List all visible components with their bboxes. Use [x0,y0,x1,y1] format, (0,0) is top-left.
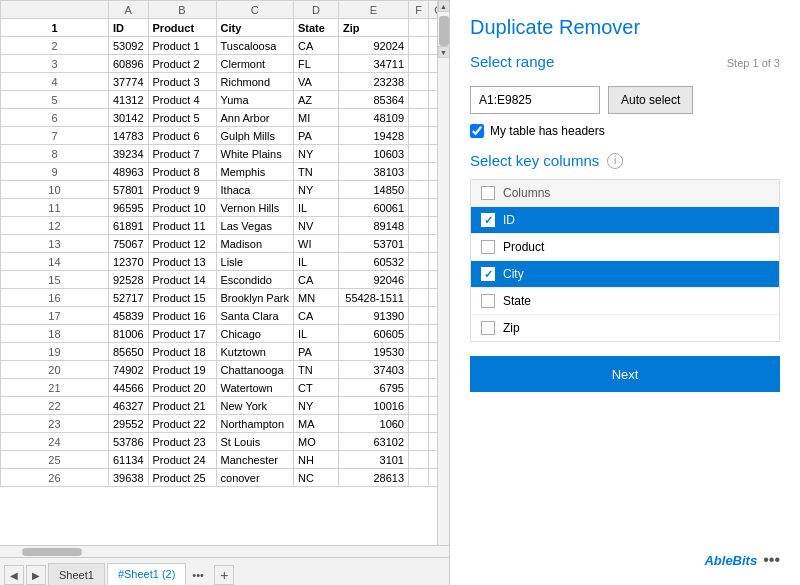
panel-title: Duplicate Remover [470,16,780,39]
column-checkbox[interactable]: ✓ [481,267,495,281]
scroll-down-btn[interactable]: ▼ [438,46,450,58]
table-row: 1196595Product 10Vernon HillsIL60061 [1,199,449,217]
column-item[interactable]: ✓City [471,261,779,288]
col-header-f[interactable]: F [409,1,429,19]
table-row: 360896Product 2ClermontFL34711 [1,55,449,73]
key-columns-title: Select key columns [470,152,599,169]
table-row: 1745839Product 16Santa ClaraCA91390 [1,307,449,325]
column-item[interactable]: Product [471,234,779,261]
table-row: 1881006Product 17ChicagoIL60605 [1,325,449,343]
col-header-b[interactable]: B [148,1,216,19]
column-checkbox[interactable] [481,294,495,308]
column-label: Product [503,240,544,254]
corner-header [1,1,109,19]
headers-checkbox-row: My table has headers [470,124,780,138]
ablebits-footer: AbleBits ••• [470,551,780,569]
columns-list: Columns ✓IDProduct✓CityStateZip [470,179,780,342]
table-row: 2639638Product 25conoverNC28613 [1,469,449,487]
table-row: 541312Product 4YumaAZ85364 [1,91,449,109]
column-label: City [503,267,524,281]
table-row: 1261891Product 11Las VegasNV89148 [1,217,449,235]
footer-dots-menu[interactable]: ••• [763,551,780,569]
column-checkbox[interactable] [481,321,495,335]
col-header-e[interactable]: E [339,1,409,19]
table-row: 630142Product 5Ann ArborMI48109 [1,109,449,127]
sheet-tab-2[interactable]: #Sheet1 (2) [107,563,186,585]
tab-prev-btn[interactable]: ◀ [4,565,24,585]
info-icon[interactable]: i [607,153,623,169]
col-header-d[interactable]: D [294,1,339,19]
range-input[interactable] [470,86,600,114]
table-row: 437774Product 3RichmondVA23238 [1,73,449,91]
table-row: 948963Product 8MemphisTN38103 [1,163,449,181]
spreadsheet-area: A B C D E F G 1IDProductCityStateZip2530… [0,0,450,585]
column-item[interactable]: Zip [471,315,779,341]
key-columns-header: Select key columns i [470,152,780,169]
add-sheet-btn[interactable]: + [214,565,234,585]
table-row: 1412370Product 13LisleIL60532 [1,253,449,271]
headers-checkbox[interactable] [470,124,484,138]
scroll-up-btn[interactable]: ▲ [438,0,450,12]
col-header-a[interactable]: A [108,1,148,19]
table-row: 1592528Product 14EscondidoCA92046 [1,271,449,289]
columns-header-label: Columns [503,186,550,200]
table-row: 253092Product 1TuscaloosaCA92024 [1,37,449,55]
auto-select-button[interactable]: Auto select [608,86,693,114]
col-header-c[interactable]: C [216,1,293,19]
table-row: 1375067Product 12MadisonWI53701 [1,235,449,253]
headers-checkbox-label: My table has headers [490,124,605,138]
sheet-tabs: ◀ ▶ Sheet1 #Sheet1 (2) ••• + [0,557,449,585]
horizontal-scrollbar[interactable] [0,545,449,557]
table-row: 1057801Product 9IthacaNY14850 [1,181,449,199]
select-range-title: Select range [470,53,554,70]
table-row: 1652717Product 15Brooklyn ParkMN55428-15… [1,289,449,307]
step-label: Step 1 of 3 [727,57,780,69]
column-item[interactable]: State [471,288,779,315]
table-row: 1985650Product 18KutztownPA19530 [1,343,449,361]
table-row: 2561134Product 24ManchesterNH3101 [1,451,449,469]
next-button[interactable]: Next [470,356,780,392]
range-row: Auto select [470,86,780,114]
sheet-table-wrapper[interactable]: A B C D E F G 1IDProductCityStateZip2530… [0,0,449,545]
duplicate-remover-panel: Duplicate Remover Select range Step 1 of… [450,0,800,585]
column-label: State [503,294,531,308]
columns-header-item[interactable]: Columns [471,180,779,207]
table-row: 2453786Product 23St LouisMO63102 [1,433,449,451]
tab-next-btn[interactable]: ▶ [26,565,46,585]
table-row: 2246327Product 21New YorkNY10016 [1,397,449,415]
table-row: 839234Product 7White PlainsNY10603 [1,145,449,163]
sheet-tab-1[interactable]: Sheet1 [48,563,105,585]
tab-dots[interactable]: ••• [192,565,212,585]
column-checkbox[interactable]: ✓ [481,213,495,227]
column-item[interactable]: ✓ID [471,207,779,234]
column-label: ID [503,213,515,227]
vertical-scrollbar[interactable]: ▲ ▼ [437,0,449,545]
table-row: 2329552Product 22NorthamptonMA1060 [1,415,449,433]
scroll-thumb[interactable] [439,16,449,46]
ablebits-logo: AbleBits [704,553,757,568]
table-row: 2074902Product 19ChattanoogaTN37403 [1,361,449,379]
column-label: Zip [503,321,520,335]
h-scroll-thumb[interactable] [22,548,82,556]
column-checkbox[interactable] [481,240,495,254]
sheet-table: A B C D E F G 1IDProductCityStateZip2530… [0,0,449,487]
table-row: 2144566Product 20WatertownCT6795 [1,379,449,397]
table-row: 714783Product 6Gulph MillsPA19428 [1,127,449,145]
columns-header-checkbox[interactable] [481,186,495,200]
